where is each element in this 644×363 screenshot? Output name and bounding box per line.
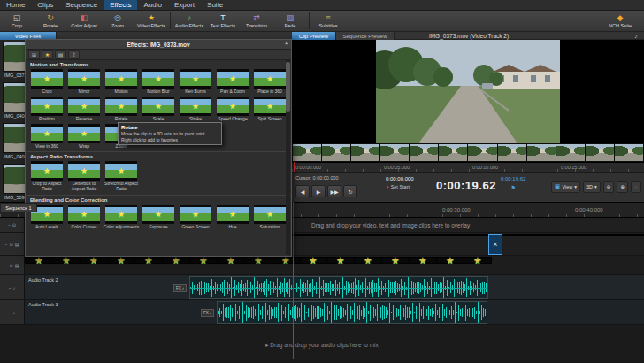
effect-item[interactable]: Color Curves (65, 205, 103, 230)
video-effects-button[interactable]: ★Video Effects (134, 11, 168, 31)
track-header[interactable]: −♪ (0, 300, 25, 324)
clip-fx-badge[interactable]: FX♪ (173, 284, 187, 292)
effect-item[interactable]: Wrap (65, 124, 103, 150)
visibility-eye-icon[interactable]: ⊙ (9, 263, 12, 268)
audio-clip[interactable] (217, 301, 487, 324)
audio-effects-button[interactable]: ♪Audio Effects (172, 11, 206, 31)
effect-item[interactable]: Exposure (140, 205, 177, 230)
track-header[interactable]: −⊙▤ (0, 233, 25, 255)
video-clip[interactable] (292, 234, 644, 236)
visibility-eye-icon[interactable]: ⊙ (12, 222, 16, 228)
effect-item[interactable]: Motion (103, 69, 140, 95)
effect-item[interactable]: Shake (177, 97, 214, 122)
effect-item[interactable]: Stretch to Aspect Ratio (103, 161, 140, 192)
effect-item[interactable]: Mirror (65, 69, 103, 95)
audio-track-row[interactable]: −♪ Audio Track 2 FX♪ (0, 275, 644, 300)
collapse-icon[interactable]: − (5, 242, 8, 247)
effect-item[interactable]: Saturation (251, 205, 288, 230)
nch-suite-button[interactable]: ◆NCH Suite (603, 11, 637, 31)
effect-item[interactable]: Pan & Zoom (214, 69, 251, 95)
video-track-row[interactable]: −⊙▤ (0, 256, 644, 275)
effect-item[interactable]: Green Screen (177, 205, 214, 230)
play-button[interactable]: ▶ (311, 185, 326, 197)
skip-back-button[interactable]: ◀ (295, 185, 310, 197)
track-header[interactable]: −♪ (0, 275, 25, 299)
video-clip[interactable] (25, 257, 492, 264)
3d-dropdown[interactable]: 3D▾ (583, 181, 601, 193)
audio-track-row[interactable]: −♪ Audio Track 3 FX♪ (0, 300, 644, 325)
effect-thumbnail (68, 124, 100, 143)
collapse-sections-button[interactable]: ⇧ (68, 50, 80, 59)
menu-export[interactable]: Export (168, 0, 201, 10)
crop-button[interactable]: ◱Crop (0, 11, 34, 31)
selected-transition-clip[interactable]: × (488, 234, 502, 255)
tab-sequence-1[interactable]: Sequence 1 (0, 203, 37, 212)
favorites-button[interactable]: ★ (42, 50, 53, 59)
clip-end-marker[interactable] (609, 162, 610, 172)
clip-playhead[interactable] (294, 162, 295, 172)
ruler-tick-label: 0:00:10.000 (472, 165, 498, 170)
clip-preview-area[interactable] (292, 40, 644, 143)
close-icon[interactable]: × (285, 40, 288, 46)
view-label: View (562, 184, 572, 189)
subtitles-button[interactable]: ≡Subtitles (311, 11, 345, 31)
collapse-icon[interactable]: − (9, 285, 12, 290)
transition-button[interactable]: ⇄Transition (240, 11, 273, 31)
effect-item[interactable]: Place in 360 (251, 69, 288, 95)
snap-magnet-button[interactable]: ∩ (631, 181, 641, 193)
effect-item[interactable]: Position (28, 97, 65, 122)
effect-item[interactable]: Hue (214, 205, 251, 230)
zoom-button[interactable]: ◎Zoom (101, 11, 134, 31)
collapse-icon[interactable]: − (5, 263, 8, 268)
fade-button[interactable]: ▨Fade (273, 11, 307, 31)
list-view-button[interactable]: ▤ (55, 50, 66, 59)
text-effects-button[interactable]: TText Effects (206, 11, 240, 31)
grid-view-button[interactable]: ⊞ (28, 50, 40, 59)
clip-fx-badge[interactable]: FX♪ (201, 309, 214, 317)
menu-audio[interactable]: Audio (137, 0, 167, 10)
effect-item[interactable]: Letterbox to Aspect Ratio (65, 161, 103, 192)
scrollbar-thumb[interactable] (286, 62, 290, 112)
set-end-flag-icon: ⚑ (501, 184, 525, 190)
zoom-out-button[interactable]: ⊖ (603, 181, 615, 193)
speaker-icon[interactable]: ♪ (13, 310, 16, 315)
view-dropdown[interactable]: ▣View▾ (551, 181, 580, 193)
color-adjust-button[interactable]: ◧Color Adjust (67, 11, 101, 31)
speaker-icon[interactable]: ♪ (13, 285, 16, 290)
menu-home[interactable]: Home (0, 0, 31, 10)
tab-clip-preview[interactable]: Clip Preview (292, 32, 336, 40)
track-header[interactable]: −⊙▤ (0, 256, 25, 274)
menu-effects[interactable]: Effects (104, 0, 137, 10)
visibility-eye-icon[interactable]: ⊙ (9, 242, 12, 247)
zoom-in-button[interactable]: ⊕ (617, 181, 628, 193)
effect-item[interactable]: Crop (28, 69, 65, 95)
menu-suite[interactable]: Suite (201, 0, 229, 10)
effect-item[interactable]: View in 360 (28, 124, 65, 150)
sequence-playhead[interactable] (293, 202, 294, 359)
effect-item[interactable]: Ken Burns (177, 69, 214, 95)
track-header[interactable]: −⊙ (0, 218, 25, 232)
skip-forward-button[interactable]: ▶▶ (327, 185, 341, 197)
effect-item[interactable]: Reverse (65, 97, 103, 122)
clip-preview-filmstrip[interactable] (292, 143, 644, 162)
rotate-button[interactable]: ↻Rotate (34, 11, 67, 31)
effect-item[interactable]: Crop to Aspect Ratio (28, 161, 65, 192)
collapse-icon[interactable]: − (8, 222, 11, 228)
collapse-icon[interactable]: − (9, 310, 12, 315)
set-start-control[interactable]: 0:00:00.000 ●Set Start (386, 176, 414, 189)
menu-clips[interactable]: Clips (31, 0, 59, 10)
effect-item[interactable]: Scale (140, 97, 177, 122)
menu-sequence[interactable]: Sequence (59, 0, 104, 10)
clip-timeline-ruler[interactable]: 0:00:00.000 0:00:05.000 0:00:10.000 0:00… (292, 162, 644, 172)
effect-item[interactable]: Rotate (103, 97, 140, 122)
effect-item[interactable]: Color adjustments (103, 205, 140, 230)
effect-item[interactable]: Split Screen (251, 97, 288, 122)
set-end-control[interactable]: 0:00:19.62 ⚑ (501, 176, 525, 190)
effect-item[interactable]: Motion Blur (140, 69, 177, 95)
effects-scrollbar[interactable] (286, 60, 290, 255)
playback-controls: ◀ ▶ ▶▶ ↻ (295, 185, 357, 197)
preview-audio-icon[interactable]: ♪ (630, 32, 642, 40)
audio-clip[interactable] (189, 276, 488, 299)
loop-button[interactable]: ↻ (343, 185, 357, 197)
effect-item[interactable]: Speed Change (214, 97, 251, 122)
